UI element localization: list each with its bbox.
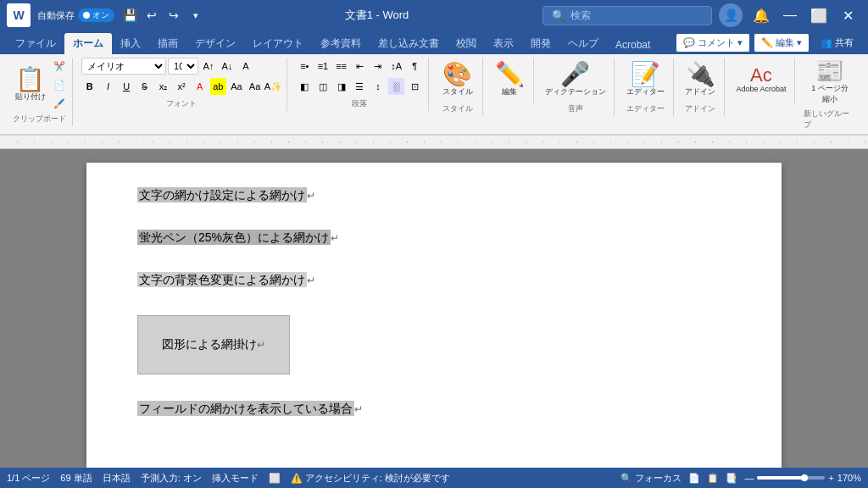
tab-draw[interactable]: 描画 [149,33,186,54]
comment-button[interactable]: 💬 コメント ▾ [676,33,750,53]
page-count[interactable]: 1/1 ページ [7,472,50,485]
redo-icon[interactable]: ↪ [165,7,182,24]
word-count[interactable]: 69 単語 [60,472,92,485]
zoom-level-label[interactable]: 170% [837,473,861,483]
numbering-button[interactable]: ≡1 [314,58,331,75]
tab-develop[interactable]: 開発 [522,33,559,54]
predict-input[interactable]: 予測入力: オン [141,472,202,485]
para-mark-2: ↵ [331,232,339,244]
border-button[interactable]: ⊡ [406,78,423,95]
undo-icon[interactable]: ↩ [143,7,160,24]
save-icon[interactable]: 💾 [121,7,138,24]
tab-design[interactable]: デザイン [186,33,244,54]
underline-button[interactable]: U [118,78,135,95]
status-bar: 1/1 ページ 69 単語 日本語 予測入力: オン 挿入モード ⬜ ⚠️ アク… [0,468,868,488]
edit-ribbon-button[interactable]: ✏️ 編集 [492,58,528,102]
para-row1: ≡• ≡1 ≡≡ ⇤ ⇥ ↕A ¶ [296,58,423,75]
search-input[interactable] [570,9,689,21]
style-button[interactable]: 🎨 スタイル [439,58,476,102]
font-size-select[interactable]: 10.5 [168,58,198,75]
bullets-button[interactable]: ≡• [296,58,313,75]
app-window: W 自動保存 オン 💾 ↩ ↪ ▾ 文書1 - Word 🔍 👤 🔔 — ⬜ ✕ [0,0,868,488]
cut-button[interactable]: ✂️ [51,58,68,75]
shading-button[interactable]: Aa [228,78,245,95]
restore-button[interactable]: ⬜ [805,2,832,29]
addin-button[interactable]: 🔌 アドイン [682,58,719,102]
tab-help[interactable]: ヘルプ [559,33,607,54]
user-avatar[interactable]: 👤 [719,3,743,27]
adobe-label: Adobe Acrobat [736,85,786,93]
adobe-button[interactable]: Ac Adobe Acrobat [732,58,789,102]
align-left-button[interactable]: ◧ [296,78,313,95]
paragraph-group: ≡• ≡1 ≡≡ ⇤ ⇥ ↕A ¶ ◧ ◫ ◨ ☰ ↕ ░ [291,58,429,111]
strikethrough-button[interactable]: S̶ [136,78,153,95]
text-effects-button[interactable]: A✨ [264,78,281,95]
minimize-button[interactable]: — [776,2,804,29]
clear-format-button[interactable]: A [237,58,254,75]
decrease-font-button[interactable]: A↓ [219,58,236,75]
tab-file[interactable]: ファイル [7,33,64,54]
font-name-select[interactable]: メイリオ [81,58,166,75]
addin-label: アドイン [685,103,715,114]
align-right-button[interactable]: ◨ [333,78,350,95]
subscript-button[interactable]: x₂ [155,78,172,95]
multilevel-button[interactable]: ≡≡ [333,58,350,75]
indent-increase-button[interactable]: ⇥ [370,58,387,75]
sort-button[interactable]: ↕A [388,58,405,75]
indent-decrease-button[interactable]: ⇤ [351,58,368,75]
superscript-button[interactable]: x² [173,78,190,95]
view-web-icon[interactable]: 📄 [688,473,700,484]
highlight-button[interactable]: ab [210,78,227,95]
tab-home[interactable]: ホーム [64,33,112,54]
word-count-label: 69 単語 [60,472,92,485]
shading-para-button[interactable]: ░ [388,78,405,95]
language-indicator[interactable]: 日本語 [103,472,131,485]
font-color-button[interactable]: A [192,78,209,95]
ribbon: ファイル ホーム 挿入 描画 デザイン レイアウト 参考資料 差し込み文書 校閲… [0,30,868,136]
paste-button[interactable]: 📋 貼り付け [12,63,49,107]
copy-button[interactable]: 📄 [51,76,68,93]
align-justify-button[interactable]: ☰ [351,78,368,95]
view-print-icon[interactable]: 📋 [707,473,719,484]
insert-mode[interactable]: 挿入モード [212,472,259,485]
customize-icon[interactable]: ▾ [187,7,204,24]
zoom-plus-button[interactable]: + [828,473,833,483]
italic-button[interactable]: I [100,78,117,95]
tab-acrobat[interactable]: Acrobat [607,36,659,54]
align-center-button[interactable]: ◫ [314,78,331,95]
dictate-button[interactable]: 🎤 ディクテーション [542,58,609,102]
titlebar-controls: 👤 🔔 — ⬜ ✕ [719,2,861,29]
editor-icon: 📝 [631,63,660,86]
tab-view[interactable]: 表示 [485,33,522,54]
share-button[interactable]: 👥 共有 [813,33,861,53]
line-spacing-button[interactable]: ↕ [370,78,387,95]
close-button[interactable]: ✕ [834,2,861,29]
tab-layout[interactable]: レイアウト [244,33,312,54]
font-case-button[interactable]: Aa [247,78,264,95]
zoom-slider[interactable] [757,476,825,480]
view-read-icon[interactable]: 📑 [726,473,737,484]
show-marks-button[interactable]: ¶ [406,58,423,75]
tab-review[interactable]: 校閲 [448,33,485,54]
autosave-area: 自動保存 オン [37,8,114,22]
share-label: 共有 [835,36,854,49]
edit-button[interactable]: ✏️ 編集 ▾ [754,33,810,53]
dictate-icon: 🎤 [560,63,590,86]
bell-icon[interactable]: 🔔 [748,2,775,29]
page-shrink-button[interactable]: 📰 1 ページ分 縮小 [808,58,852,107]
document-scroll-area[interactable]: 文字の網かけ設定による網かけ↵ 蛍光ペン（25%灰色）による網かけ↵ 文字の背景… [0,149,868,468]
bold-button[interactable]: B [81,78,98,95]
text-highlight-2: 蛍光ペン（25%灰色）による網かけ [137,230,331,245]
editor-button[interactable]: 📝 エディター [623,58,668,102]
zoom-minus-button[interactable]: — [744,473,754,483]
paragraph-3: 文字の背景色変更による網かけ↵ [137,273,731,288]
search-box[interactable]: 🔍 [542,6,712,25]
tab-mailings[interactable]: 差し込み文書 [370,33,448,54]
format-painter-button[interactable]: 🖌️ [51,95,68,112]
tab-references[interactable]: 参考資料 [312,33,370,54]
autosave-toggle[interactable]: オン [78,8,114,22]
increase-font-button[interactable]: A↑ [200,58,217,75]
tab-insert[interactable]: 挿入 [112,33,149,54]
focus-mode[interactable]: 🔍 フォーカス [620,472,682,485]
accessibility-check[interactable]: ⚠️ アクセシビリティ: 検討が必要です [291,472,450,485]
